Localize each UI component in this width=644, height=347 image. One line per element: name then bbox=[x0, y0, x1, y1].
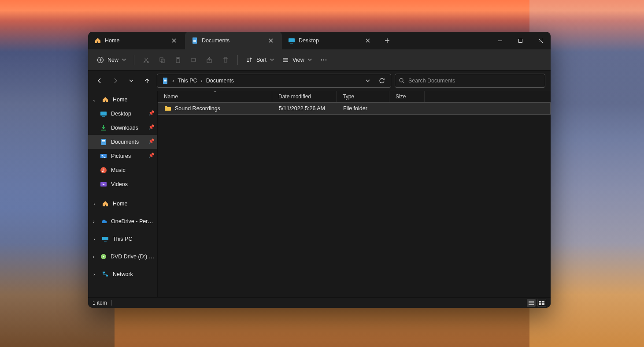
sort-indicator-icon: ⌃ bbox=[213, 90, 217, 95]
cloud-icon bbox=[100, 217, 107, 225]
tab-label: Desktop bbox=[299, 37, 359, 44]
refresh-button[interactable] bbox=[376, 75, 388, 87]
maximize-button[interactable] bbox=[510, 32, 530, 49]
up-button[interactable] bbox=[141, 75, 153, 87]
forward-button[interactable] bbox=[109, 75, 122, 87]
sidebar-item-network[interactable]: › Network bbox=[88, 267, 157, 281]
file-list[interactable]: Sound Recordings 5/11/2022 5:26 AM File … bbox=[158, 102, 551, 297]
close-button[interactable] bbox=[530, 32, 551, 49]
sidebar-item-documents[interactable]: Documents 📌 bbox=[88, 135, 157, 149]
pc-icon bbox=[101, 235, 109, 243]
more-button[interactable] bbox=[316, 52, 331, 67]
plus-circle-icon bbox=[97, 56, 104, 63]
tab-close-button[interactable] bbox=[169, 36, 179, 45]
svg-point-23 bbox=[400, 78, 403, 82]
document-icon bbox=[191, 37, 198, 44]
window-controls bbox=[490, 32, 551, 49]
sidebar-item-pictures[interactable]: Pictures 📌 bbox=[88, 149, 157, 163]
copy-button[interactable] bbox=[155, 52, 170, 67]
sidebar-item-desktop[interactable]: Desktop 📌 bbox=[88, 107, 157, 121]
delete-button[interactable] bbox=[218, 52, 233, 67]
chevron-right-icon: › bbox=[91, 201, 98, 206]
minimize-button[interactable] bbox=[490, 32, 510, 49]
sort-icon bbox=[246, 56, 253, 63]
svg-rect-15 bbox=[207, 60, 211, 63]
svg-point-38 bbox=[103, 256, 104, 257]
music-icon bbox=[100, 166, 107, 174]
sidebar-item-music[interactable]: Music bbox=[88, 163, 157, 177]
svg-rect-35 bbox=[102, 237, 108, 240]
tab-desktop[interactable]: Desktop bbox=[282, 32, 379, 49]
folder-icon bbox=[164, 105, 171, 112]
new-tab-button[interactable] bbox=[379, 32, 396, 49]
svg-point-16 bbox=[321, 59, 322, 60]
recent-button[interactable] bbox=[125, 75, 137, 87]
svg-rect-29 bbox=[102, 143, 105, 143]
details-view-button[interactable] bbox=[527, 299, 536, 307]
svg-rect-43 bbox=[539, 303, 541, 305]
sidebar-item-videos[interactable]: Videos bbox=[88, 177, 157, 191]
svg-rect-6 bbox=[518, 39, 522, 42]
sidebar-item-onedrive[interactable]: › OneDrive - Personal bbox=[88, 214, 157, 228]
sidebar-item-downloads[interactable]: Downloads 📌 bbox=[88, 121, 157, 135]
sidebar-item-label: Pictures bbox=[111, 153, 131, 159]
file-row[interactable]: Sound Recordings 5/11/2022 5:26 AM File … bbox=[158, 102, 551, 115]
separator bbox=[237, 55, 238, 65]
sidebar-item-label: Music bbox=[111, 167, 126, 173]
sidebar-item-this-pc[interactable]: › This PC bbox=[88, 232, 157, 246]
sidebar-item-label: Downloads bbox=[111, 125, 138, 131]
downloads-icon bbox=[100, 124, 107, 132]
sidebar-item-label: OneDrive - Personal bbox=[111, 218, 155, 224]
svg-rect-2 bbox=[193, 40, 196, 41]
tab-close-button[interactable] bbox=[266, 36, 276, 45]
breadcrumb-documents[interactable]: Documents bbox=[204, 77, 236, 85]
sidebar-item-home-2[interactable]: › Home bbox=[88, 197, 157, 211]
search-box[interactable] bbox=[395, 74, 545, 88]
content-pane: ⌃ Name Date modified Type Size Sound Rec… bbox=[158, 91, 551, 297]
rename-button[interactable] bbox=[186, 52, 201, 67]
file-explorer-window: Home Documents Desktop bbox=[88, 32, 551, 308]
column-header-type[interactable]: Type bbox=[337, 91, 389, 102]
share-button[interactable] bbox=[202, 52, 217, 67]
tab-label: Documents bbox=[202, 37, 263, 44]
sidebar-item-home[interactable]: ⌄ Home bbox=[88, 93, 157, 107]
svg-rect-44 bbox=[542, 303, 544, 305]
paste-button[interactable] bbox=[170, 52, 185, 67]
desktop-icon bbox=[288, 37, 295, 44]
svg-point-31 bbox=[102, 155, 103, 157]
svg-rect-36 bbox=[104, 241, 107, 242]
cut-button[interactable] bbox=[139, 52, 154, 67]
svg-rect-22 bbox=[164, 82, 167, 82]
column-header-size[interactable]: Size bbox=[389, 91, 425, 102]
sidebar-item-label: Home bbox=[113, 97, 127, 103]
chevron-right-icon: › bbox=[91, 254, 96, 259]
large-icons-view-button[interactable] bbox=[537, 299, 546, 307]
column-header-date[interactable]: Date modified bbox=[272, 91, 337, 102]
pin-icon: 📌 bbox=[148, 153, 155, 158]
home-icon bbox=[101, 200, 109, 208]
tab-documents[interactable]: Documents bbox=[185, 32, 282, 49]
new-button[interactable]: New bbox=[93, 52, 130, 67]
new-label: New bbox=[107, 57, 118, 63]
breadcrumb-this-pc[interactable]: This PC bbox=[176, 77, 199, 85]
sidebar-item-label: Network bbox=[113, 271, 133, 277]
address-bar[interactable]: › This PC › Documents bbox=[157, 74, 391, 88]
chevron-right-icon: › bbox=[91, 272, 98, 277]
chevron-down-icon bbox=[122, 58, 126, 62]
home-icon bbox=[94, 37, 101, 44]
tab-home[interactable]: Home bbox=[88, 32, 185, 49]
svg-rect-41 bbox=[539, 301, 541, 302]
view-label: View bbox=[292, 57, 304, 63]
sort-button[interactable]: Sort bbox=[242, 52, 278, 67]
search-input[interactable] bbox=[408, 78, 541, 84]
svg-rect-27 bbox=[102, 140, 105, 141]
svg-rect-39 bbox=[103, 272, 105, 273]
sidebar-item-label: This PC bbox=[113, 236, 132, 242]
back-button[interactable] bbox=[93, 75, 106, 87]
address-dropdown-button[interactable] bbox=[362, 75, 374, 87]
view-button[interactable]: View bbox=[278, 52, 315, 67]
separator bbox=[134, 55, 134, 65]
tab-close-button[interactable] bbox=[363, 36, 373, 45]
status-count: 1 item bbox=[93, 300, 107, 306]
sidebar-item-dvd[interactable]: › DVD Drive (D:) CCCO bbox=[88, 250, 157, 264]
